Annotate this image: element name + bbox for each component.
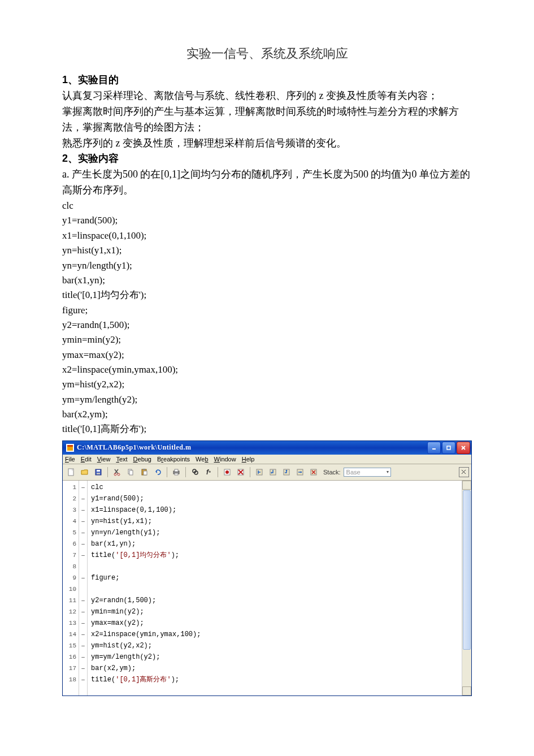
svg-point-26 xyxy=(225,470,229,474)
menu-debug[interactable]: Debug xyxy=(133,456,151,463)
matlab-editor-window: C:\MATLAB6p5p1\work\Untitled.m File Edit… xyxy=(62,440,472,696)
print-icon[interactable] xyxy=(170,466,183,478)
separator xyxy=(250,467,250,477)
menu-breakpoints[interactable]: Breakpoints xyxy=(157,456,190,463)
function-icon[interactable]: f+ xyxy=(202,466,215,478)
new-icon[interactable] xyxy=(65,466,77,478)
app-icon xyxy=(66,444,74,452)
panel-close-icon[interactable] xyxy=(459,467,469,477)
menu-edit[interactable]: Edit xyxy=(81,456,92,463)
separator xyxy=(185,467,186,477)
set-breakpoint-icon[interactable] xyxy=(221,466,233,478)
svg-rect-18 xyxy=(143,469,145,470)
code-line: y1=rand(500); xyxy=(62,213,472,228)
svg-rect-16 xyxy=(129,470,133,475)
save-icon[interactable] xyxy=(92,466,105,478)
code-editor[interactable]: 123456789101112131415161718 ––––––––––––… xyxy=(63,481,471,695)
code-line: x2=linspace(ymin,ymax,100); xyxy=(62,362,472,377)
clear-breakpoint-icon[interactable] xyxy=(235,466,247,478)
section1-p1: 认真复习采样理论、离散信号与系统、线性卷积、序列的 z 变换及性质等有关内容； xyxy=(62,88,472,104)
scrollbar-thumb[interactable] xyxy=(463,490,471,650)
code-line: ym=ym/length(y2); xyxy=(62,392,472,407)
svg-point-14 xyxy=(118,473,120,476)
cut-icon[interactable] xyxy=(111,466,123,478)
code-line: bar(x1,yn); xyxy=(62,273,472,288)
code-line: ymin=min(y2); xyxy=(62,332,472,347)
menubar: File Edit View Text Debug Breakpoints We… xyxy=(63,455,471,464)
section2-a: a. 产生长度为500 的在[0,1]之间均匀分布的随机序列，产生长度为500 … xyxy=(62,167,472,198)
undo-icon[interactable] xyxy=(151,466,164,478)
section1-heading: 1、实验目的 xyxy=(62,72,472,88)
separator xyxy=(107,467,108,477)
titlebar[interactable]: C:\MATLAB6p5p1\work\Untitled.m xyxy=(63,441,471,455)
step-icon[interactable] xyxy=(253,466,266,478)
doc-title: 实验一信号、系统及系统响应 xyxy=(62,45,472,62)
svg-rect-22 xyxy=(175,473,178,475)
close-button[interactable] xyxy=(457,442,470,454)
stack-label: Stack: xyxy=(323,469,341,476)
breakpoint-gutter[interactable]: –––––––––––––––– xyxy=(79,481,88,695)
code-line: y2=randn(1,500); xyxy=(62,318,472,332)
svg-rect-4 xyxy=(447,446,450,450)
svg-rect-9 xyxy=(97,470,100,472)
code-line: ym=hist(y2,x2); xyxy=(62,377,472,392)
menu-view[interactable]: View xyxy=(97,456,111,463)
menu-file[interactable]: File xyxy=(65,456,75,463)
section2-heading: 2、实验内容 xyxy=(62,151,472,167)
code-area[interactable]: clcy1=rand(500);x1=linspace(0,1,100);yn=… xyxy=(88,481,462,695)
menu-web[interactable]: Web xyxy=(196,456,208,463)
code-line: yn=hist(y1,x1); xyxy=(62,243,472,258)
toolbar: f+ Stack: Base▾ xyxy=(63,464,471,481)
paste-icon[interactable] xyxy=(138,466,150,478)
copy-icon[interactable] xyxy=(124,466,137,478)
svg-rect-19 xyxy=(144,471,147,475)
code-line: title('[0,1]均匀分布'); xyxy=(62,288,472,303)
svg-rect-10 xyxy=(97,473,100,474)
stack-select[interactable]: Base▾ xyxy=(344,468,391,477)
step-out-icon[interactable] xyxy=(280,466,293,478)
maximize-button[interactable] xyxy=(442,442,455,454)
separator xyxy=(218,467,218,477)
line-number-gutter: 123456789101112131415161718 xyxy=(63,481,79,695)
section1-p2: 掌握离散时间序列的产生与基本运算，理解离散时间系统的时域特性与差分方程的求解方法… xyxy=(62,104,472,136)
svg-rect-2 xyxy=(67,445,73,447)
step-in-icon[interactable] xyxy=(267,466,279,478)
find-icon[interactable] xyxy=(189,466,201,478)
code-line: ymax=max(y2); xyxy=(62,348,472,362)
code-line: clc xyxy=(62,198,472,213)
code-line: yn=yn/length(y1); xyxy=(62,258,472,273)
code-line: title('[0,1]高斯分布'); xyxy=(62,422,472,437)
window-title: C:\MATLAB6p5p1\work\Untitled.m xyxy=(77,443,191,452)
section1-p3: 熟悉序列的 z 变换及性质，理解理想采样前后信号频谱的变化。 xyxy=(62,136,472,152)
exit-debug-icon[interactable] xyxy=(307,466,320,478)
menu-help[interactable]: Help xyxy=(242,456,255,463)
code-line: figure; xyxy=(62,303,472,318)
minimize-button[interactable] xyxy=(427,442,441,454)
vertical-scrollbar[interactable] xyxy=(462,481,471,695)
code-line: x1=linspace(0,1,100); xyxy=(62,228,472,243)
menu-window[interactable]: Window xyxy=(214,456,236,463)
open-icon[interactable] xyxy=(79,466,91,478)
code-line: bar(x2,ym); xyxy=(62,407,472,422)
separator xyxy=(167,467,167,477)
menu-text[interactable]: Text xyxy=(116,456,127,463)
svg-rect-21 xyxy=(175,469,178,472)
continue-icon[interactable] xyxy=(294,466,306,478)
